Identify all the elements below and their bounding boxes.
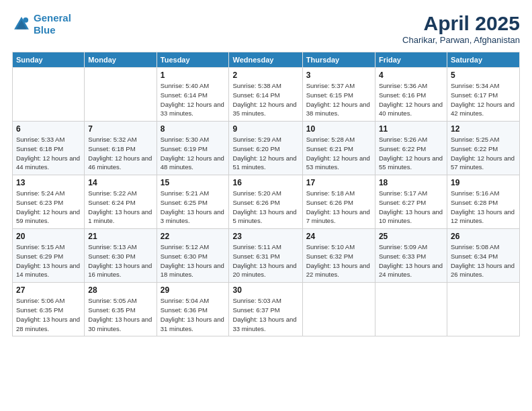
day-number: 19 xyxy=(451,178,516,187)
calendar-day-cell xyxy=(13,68,85,122)
day-detail: Sunrise: 5:12 AMSunset: 6:30 PMDaylight:… xyxy=(161,242,226,279)
day-detail: Sunrise: 5:28 AMSunset: 6:21 PMDaylight:… xyxy=(306,135,371,172)
day-detail: Sunrise: 5:11 AMSunset: 6:31 PMDaylight:… xyxy=(232,242,298,279)
calendar-week-row: 27Sunrise: 5:06 AMSunset: 6:35 PMDayligh… xyxy=(13,283,520,336)
title-block: April 2025 Charikar, Parwan, Afghanistan xyxy=(402,12,520,45)
calendar-header-row: SundayMondayTuesdayWednesdayThursdayFrid… xyxy=(13,52,520,68)
day-detail: Sunrise: 5:16 AMSunset: 6:28 PMDaylight:… xyxy=(451,189,516,226)
calendar-day-cell xyxy=(375,283,447,336)
day-number: 2 xyxy=(232,71,298,80)
calendar-day-cell: 12Sunrise: 5:25 AMSunset: 6:22 PMDayligh… xyxy=(447,122,519,175)
calendar-day-cell: 27Sunrise: 5:06 AMSunset: 6:35 PMDayligh… xyxy=(13,283,85,336)
svg-point-2 xyxy=(23,17,28,23)
page: General Blue April 2025 Charikar, Parwan… xyxy=(0,0,532,411)
logo-icon xyxy=(12,15,31,34)
day-detail: Sunrise: 5:24 AMSunset: 6:23 PMDaylight:… xyxy=(16,189,81,226)
calendar-day-cell: 13Sunrise: 5:24 AMSunset: 6:23 PMDayligh… xyxy=(13,175,85,229)
calendar-day-cell: 28Sunrise: 5:05 AMSunset: 6:35 PMDayligh… xyxy=(85,283,157,336)
day-number: 27 xyxy=(16,285,81,295)
day-detail: Sunrise: 5:20 AMSunset: 6:26 PMDaylight:… xyxy=(232,189,298,226)
day-number: 18 xyxy=(379,178,443,187)
calendar-day-header: Thursday xyxy=(302,52,375,68)
calendar-day-cell: 18Sunrise: 5:17 AMSunset: 6:27 PMDayligh… xyxy=(375,175,447,229)
calendar-day-cell: 11Sunrise: 5:26 AMSunset: 6:22 PMDayligh… xyxy=(375,122,447,175)
calendar-day-cell: 21Sunrise: 5:13 AMSunset: 6:30 PMDayligh… xyxy=(85,229,157,283)
calendar-table: SundayMondayTuesdayWednesdayThursdayFrid… xyxy=(12,52,520,336)
logo-blue: Blue xyxy=(34,24,56,36)
calendar-day-cell: 9Sunrise: 5:29 AMSunset: 6:20 PMDaylight… xyxy=(229,122,302,175)
calendar-day-cell: 16Sunrise: 5:20 AMSunset: 6:26 PMDayligh… xyxy=(229,175,302,229)
month-title: April 2025 xyxy=(402,12,520,35)
calendar-day-cell: 4Sunrise: 5:36 AMSunset: 6:16 PMDaylight… xyxy=(375,68,447,122)
calendar-day-header: Sunday xyxy=(13,52,85,68)
day-detail: Sunrise: 5:36 AMSunset: 6:16 PMDaylight:… xyxy=(379,81,443,118)
day-number: 16 xyxy=(232,178,298,187)
day-number: 9 xyxy=(232,124,298,134)
day-number: 1 xyxy=(161,71,226,80)
day-detail: Sunrise: 5:38 AMSunset: 6:14 PMDaylight:… xyxy=(232,81,298,118)
day-number: 25 xyxy=(379,232,443,241)
logo: General Blue xyxy=(12,12,71,36)
calendar-day-cell: 29Sunrise: 5:04 AMSunset: 6:36 PMDayligh… xyxy=(157,283,229,336)
calendar-day-header: Friday xyxy=(375,52,447,68)
day-number: 15 xyxy=(161,178,226,187)
day-number: 24 xyxy=(306,232,371,241)
day-number: 12 xyxy=(451,124,516,134)
day-number: 13 xyxy=(16,178,81,187)
day-number: 8 xyxy=(161,124,226,134)
day-detail: Sunrise: 5:25 AMSunset: 6:22 PMDaylight:… xyxy=(451,135,516,172)
day-number: 23 xyxy=(232,232,298,241)
day-detail: Sunrise: 5:13 AMSunset: 6:30 PMDaylight:… xyxy=(88,242,152,279)
calendar-day-cell xyxy=(302,283,375,336)
day-number: 22 xyxy=(161,232,226,241)
day-number: 21 xyxy=(88,232,152,241)
day-detail: Sunrise: 5:06 AMSunset: 6:35 PMDaylight:… xyxy=(16,296,81,333)
day-detail: Sunrise: 5:22 AMSunset: 6:24 PMDaylight:… xyxy=(88,189,152,226)
day-detail: Sunrise: 5:40 AMSunset: 6:14 PMDaylight:… xyxy=(161,81,226,118)
calendar-day-cell: 3Sunrise: 5:37 AMSunset: 6:15 PMDaylight… xyxy=(302,68,375,122)
day-detail: Sunrise: 5:09 AMSunset: 6:33 PMDaylight:… xyxy=(379,242,443,279)
day-number: 7 xyxy=(88,124,152,134)
day-detail: Sunrise: 5:29 AMSunset: 6:20 PMDaylight:… xyxy=(232,135,298,172)
day-number: 29 xyxy=(161,285,226,295)
calendar-day-cell: 14Sunrise: 5:22 AMSunset: 6:24 PMDayligh… xyxy=(85,175,157,229)
calendar-day-cell xyxy=(85,68,157,122)
day-detail: Sunrise: 5:34 AMSunset: 6:17 PMDaylight:… xyxy=(451,81,516,118)
day-detail: Sunrise: 5:18 AMSunset: 6:26 PMDaylight:… xyxy=(306,189,371,226)
day-number: 20 xyxy=(16,232,81,241)
day-detail: Sunrise: 5:04 AMSunset: 6:36 PMDaylight:… xyxy=(161,296,226,333)
calendar-day-header: Monday xyxy=(85,52,157,68)
calendar-day-cell: 8Sunrise: 5:30 AMSunset: 6:19 PMDaylight… xyxy=(157,122,229,175)
day-detail: Sunrise: 5:08 AMSunset: 6:34 PMDaylight:… xyxy=(451,242,516,279)
day-detail: Sunrise: 5:15 AMSunset: 6:29 PMDaylight:… xyxy=(16,242,81,279)
day-detail: Sunrise: 5:05 AMSunset: 6:35 PMDaylight:… xyxy=(88,296,152,333)
calendar-day-cell: 17Sunrise: 5:18 AMSunset: 6:26 PMDayligh… xyxy=(302,175,375,229)
day-detail: Sunrise: 5:26 AMSunset: 6:22 PMDaylight:… xyxy=(379,135,443,172)
logo-text: General Blue xyxy=(34,12,71,36)
calendar-day-cell: 10Sunrise: 5:28 AMSunset: 6:21 PMDayligh… xyxy=(302,122,375,175)
day-detail: Sunrise: 5:17 AMSunset: 6:27 PMDaylight:… xyxy=(379,189,443,226)
calendar-day-cell: 23Sunrise: 5:11 AMSunset: 6:31 PMDayligh… xyxy=(229,229,302,283)
calendar-day-cell: 7Sunrise: 5:32 AMSunset: 6:18 PMDaylight… xyxy=(85,122,157,175)
day-number: 5 xyxy=(451,71,516,80)
calendar-day-header: Wednesday xyxy=(229,52,302,68)
day-detail: Sunrise: 5:21 AMSunset: 6:25 PMDaylight:… xyxy=(161,189,226,226)
day-number: 10 xyxy=(306,124,371,134)
calendar-day-cell: 30Sunrise: 5:03 AMSunset: 6:37 PMDayligh… xyxy=(229,283,302,336)
day-number: 17 xyxy=(306,178,371,187)
calendar-week-row: 1Sunrise: 5:40 AMSunset: 6:14 PMDaylight… xyxy=(13,68,520,122)
calendar-day-cell: 25Sunrise: 5:09 AMSunset: 6:33 PMDayligh… xyxy=(375,229,447,283)
calendar-day-cell: 15Sunrise: 5:21 AMSunset: 6:25 PMDayligh… xyxy=(157,175,229,229)
calendar-day-header: Saturday xyxy=(447,52,519,68)
day-number: 30 xyxy=(232,285,298,295)
day-detail: Sunrise: 5:10 AMSunset: 6:32 PMDaylight:… xyxy=(306,242,371,279)
calendar-week-row: 6Sunrise: 5:33 AMSunset: 6:18 PMDaylight… xyxy=(13,122,520,175)
day-detail: Sunrise: 5:37 AMSunset: 6:15 PMDaylight:… xyxy=(306,81,371,118)
day-number: 6 xyxy=(16,124,81,134)
day-number: 14 xyxy=(88,178,152,187)
calendar-day-cell xyxy=(447,283,519,336)
day-detail: Sunrise: 5:32 AMSunset: 6:18 PMDaylight:… xyxy=(88,135,152,172)
logo-general: General xyxy=(34,12,71,24)
calendar-day-cell: 1Sunrise: 5:40 AMSunset: 6:14 PMDaylight… xyxy=(157,68,229,122)
day-number: 3 xyxy=(306,71,371,80)
